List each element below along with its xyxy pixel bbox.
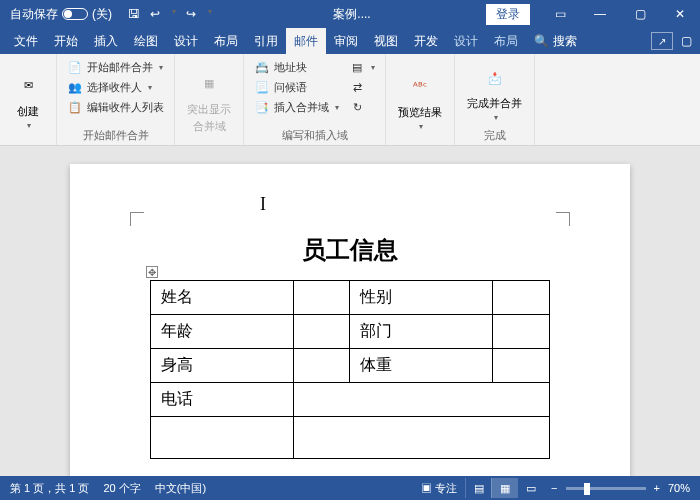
- margin-marker-tl-icon: [130, 212, 144, 226]
- focus-mode-button[interactable]: ▣ 专注: [421, 481, 457, 496]
- finish-merge-button[interactable]: 📩 完成并合并 ▾: [463, 58, 526, 126]
- chevron-down-icon: ▾: [494, 113, 498, 122]
- tab-mailings[interactable]: 邮件: [286, 28, 326, 54]
- read-mode-button[interactable]: ▤: [465, 478, 491, 498]
- login-button[interactable]: 登录: [486, 4, 530, 25]
- tab-table-layout[interactable]: 布局: [486, 28, 526, 54]
- tab-home[interactable]: 开始: [46, 28, 86, 54]
- preview-results-button[interactable]: ᴬᴮᶜ 预览结果 ▾: [394, 58, 446, 143]
- rules-button[interactable]: ▤▾: [347, 58, 377, 76]
- update-icon: ↻: [349, 99, 365, 115]
- tab-draw[interactable]: 绘图: [126, 28, 166, 54]
- ribbon: ✉ 创建 ▾ 📄 开始邮件合并▾ 👥 选择收件人▾ 📋 编辑收件人列表: [0, 54, 700, 146]
- autosave-toggle[interactable]: 自动保存 (关): [0, 6, 122, 23]
- undo-icon[interactable]: ↩: [150, 7, 160, 21]
- tab-insert[interactable]: 插入: [86, 28, 126, 54]
- recipients-icon: 👥: [67, 79, 83, 95]
- table-row: 电话: [151, 383, 550, 417]
- rules-icon: ▤: [349, 59, 365, 75]
- edit-recipient-list-button[interactable]: 📋 编辑收件人列表: [65, 98, 166, 116]
- toggle-off-icon: [62, 8, 88, 20]
- insert-merge-field-button[interactable]: 📑 插入合并域▾: [252, 98, 341, 116]
- page-indicator[interactable]: 第 1 页，共 1 页: [10, 481, 89, 496]
- tab-view[interactable]: 视图: [366, 28, 406, 54]
- page[interactable]: I 员工信息 ✥ 姓名性别 年龄部门 身高体重 电话: [70, 164, 630, 476]
- doc-heading[interactable]: 员工信息: [116, 234, 584, 266]
- table-row: [151, 417, 550, 459]
- table-move-handle-icon[interactable]: ✥: [146, 266, 158, 278]
- create-envelopes-button[interactable]: ✉ 创建 ▾: [8, 58, 48, 141]
- table-row: 年龄部门: [151, 315, 550, 349]
- comments-icon[interactable]: ▢: [681, 34, 692, 48]
- employee-table[interactable]: 姓名性别 年龄部门 身高体重 电话: [150, 280, 550, 459]
- tab-references[interactable]: 引用: [246, 28, 286, 54]
- mail-merge-icon: 📄: [67, 59, 83, 75]
- zoom-slider[interactable]: [566, 487, 646, 490]
- tab-developer[interactable]: 开发: [406, 28, 446, 54]
- ribbon-tabs: 文件 开始 插入 绘图 设计 布局 引用 邮件 审阅 视图 开发 设计 布局 🔍…: [0, 28, 700, 54]
- group-label-create: [8, 141, 48, 143]
- ribbon-options-icon[interactable]: ▭: [540, 0, 580, 28]
- zoom-level[interactable]: 70%: [668, 482, 690, 494]
- address-icon: 📇: [254, 59, 270, 75]
- preview-icon: ᴬᴮᶜ: [404, 71, 436, 103]
- greeting-icon: 📃: [254, 79, 270, 95]
- match-fields-button[interactable]: ⇄: [347, 78, 377, 96]
- close-icon[interactable]: ✕: [660, 0, 700, 28]
- maximize-icon[interactable]: ▢: [620, 0, 660, 28]
- text-cursor-icon: I: [260, 194, 266, 215]
- status-bar: 第 1 页，共 1 页 20 个字 中文(中国) ▣ 专注 ▤ ▦ ▭ − + …: [0, 476, 700, 500]
- update-labels-button[interactable]: ↻: [347, 98, 377, 116]
- greeting-line-button[interactable]: 📃 问候语: [252, 78, 341, 96]
- table-row: 姓名性别: [151, 281, 550, 315]
- minimize-icon[interactable]: —: [580, 0, 620, 28]
- tab-table-design[interactable]: 设计: [446, 28, 486, 54]
- zoom-out-button[interactable]: −: [551, 482, 557, 494]
- group-label-finish: 完成: [463, 126, 526, 143]
- document-title: 案例....: [218, 6, 486, 23]
- tab-file[interactable]: 文件: [6, 28, 46, 54]
- highlight-icon: ▦: [193, 68, 225, 100]
- group-label-write-insert: 编写和插入域: [252, 126, 377, 143]
- tab-review[interactable]: 审阅: [326, 28, 366, 54]
- document-area[interactable]: I 员工信息 ✥ 姓名性别 年龄部门 身高体重 电话: [0, 146, 700, 476]
- undo-dropdown-icon[interactable]: ▾: [172, 7, 176, 21]
- print-layout-button[interactable]: ▦: [491, 478, 517, 498]
- envelope-icon: ✉: [12, 70, 44, 102]
- search-icon: 🔍: [534, 34, 549, 48]
- share-button[interactable]: ↗: [651, 32, 673, 50]
- qat-customize-icon[interactable]: ▾: [208, 7, 212, 21]
- chevron-down-icon: ▾: [419, 122, 423, 131]
- zoom-in-button[interactable]: +: [654, 482, 660, 494]
- edit-list-icon: 📋: [67, 99, 83, 115]
- web-layout-button[interactable]: ▭: [517, 478, 543, 498]
- finish-icon: 📩: [479, 62, 511, 94]
- start-mail-merge-button[interactable]: 📄 开始邮件合并▾: [65, 58, 166, 76]
- group-label-start-merge: 开始邮件合并: [65, 126, 166, 143]
- save-icon[interactable]: 🖫: [128, 7, 140, 21]
- chevron-down-icon: ▾: [27, 121, 31, 130]
- word-count[interactable]: 20 个字: [103, 481, 140, 496]
- margin-marker-tr-icon: [556, 212, 570, 226]
- redo-icon[interactable]: ↪: [186, 7, 196, 21]
- language-indicator[interactable]: 中文(中国): [155, 481, 206, 496]
- address-block-button[interactable]: 📇 地址块: [252, 58, 341, 76]
- tab-design[interactable]: 设计: [166, 28, 206, 54]
- table-row: 身高体重: [151, 349, 550, 383]
- match-icon: ⇄: [349, 79, 365, 95]
- search-button[interactable]: 🔍 搜索: [526, 33, 585, 50]
- select-recipients-button[interactable]: 👥 选择收件人▾: [65, 78, 166, 96]
- merge-field-icon: 📑: [254, 99, 270, 115]
- tab-layout[interactable]: 布局: [206, 28, 246, 54]
- highlight-merge-fields-button: ▦ 突出显示 合并域: [183, 58, 235, 143]
